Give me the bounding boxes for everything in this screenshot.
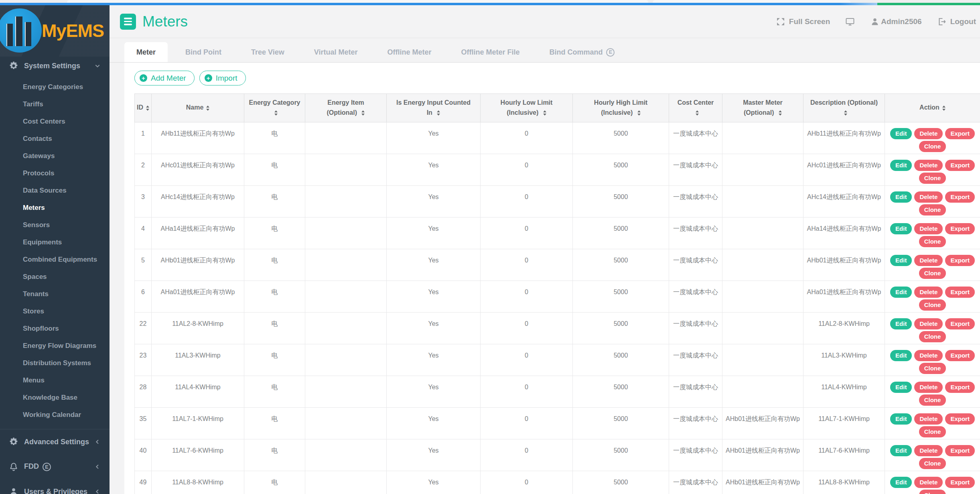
export-button[interactable]: Export (945, 350, 975, 361)
edit-button[interactable]: Edit (890, 382, 912, 393)
clone-button[interactable]: Clone (919, 204, 946, 215)
clone-button[interactable]: Clone (919, 299, 946, 311)
sidebar-item-combined-equipments[interactable]: Combined Equipments (0, 251, 110, 268)
edit-button[interactable]: Edit (890, 477, 912, 488)
delete-button[interactable]: Delete (914, 445, 943, 456)
tab-virtual-meter[interactable]: Virtual Meter (302, 42, 370, 62)
clone-button[interactable]: Clone (919, 268, 946, 279)
edit-button[interactable]: Edit (890, 128, 912, 139)
clone-button[interactable]: Clone (919, 141, 946, 152)
cell-action: EditDeleteExportClone (885, 439, 980, 471)
export-button[interactable]: Export (945, 413, 975, 425)
column-header-id[interactable]: ID (135, 94, 152, 122)
tab-bind-point[interactable]: Bind Point (173, 42, 233, 62)
tab-meter[interactable]: Meter (124, 42, 168, 62)
export-button[interactable]: Export (945, 445, 975, 456)
edit-button[interactable]: Edit (890, 318, 912, 329)
export-button[interactable]: Export (945, 382, 975, 393)
clone-button[interactable]: Clone (919, 426, 946, 437)
export-button[interactable]: Export (945, 191, 975, 203)
sidebar-item-energy-flow-diagrams[interactable]: Energy Flow Diagrams (0, 337, 110, 354)
edit-button[interactable]: Edit (890, 413, 912, 425)
column-header-cost-center[interactable]: Cost Center (669, 94, 722, 122)
delete-button[interactable]: Delete (914, 413, 943, 425)
export-button[interactable]: Export (945, 287, 975, 298)
clone-button[interactable]: Clone (919, 173, 946, 184)
delete-button[interactable]: Delete (914, 191, 943, 203)
full-screen-button[interactable]: Full Screen (776, 17, 830, 26)
sidebar-item-meters[interactable]: Meters (0, 199, 110, 216)
delete-button[interactable]: Delete (914, 255, 943, 266)
column-header-hourly-low[interactable]: Hourly Low Limit(Inclusive) (481, 94, 573, 122)
sidebar-section-system-settings[interactable]: System Settings (0, 57, 110, 75)
sidebar-item-knowledge-base[interactable]: Knowledge Base (0, 389, 110, 406)
clone-button[interactable]: Clone (919, 331, 946, 342)
delete-button[interactable]: Delete (914, 223, 943, 234)
edit-button[interactable]: Edit (890, 255, 912, 266)
sidebar-toggle-button[interactable] (120, 14, 136, 30)
delete-button[interactable]: Delete (914, 160, 943, 171)
export-button[interactable]: Export (945, 160, 975, 171)
export-button[interactable]: Export (945, 223, 975, 234)
edit-button[interactable]: Edit (890, 350, 912, 361)
add-meter-button[interactable]: + Add Meter (134, 71, 195, 85)
clone-button[interactable]: Clone (919, 236, 946, 247)
tab-tree-view[interactable]: Tree View (239, 42, 296, 62)
export-button[interactable]: Export (945, 255, 975, 266)
sidebar-section-fdd[interactable]: FDDE (0, 454, 110, 479)
edit-button[interactable]: Edit (890, 160, 912, 171)
delete-button[interactable]: Delete (914, 350, 943, 361)
sidebar-item-protocols[interactable]: Protocols (0, 165, 110, 182)
tab-offline-meter-file[interactable]: Offline Meter File (449, 42, 532, 62)
sidebar-item-gateways[interactable]: Gateways (0, 147, 110, 165)
column-header-action[interactable]: Action (885, 94, 980, 122)
column-header-name[interactable]: Name (152, 94, 244, 122)
sidebar-item-data-sources[interactable]: Data Sources (0, 182, 110, 199)
column-header-master-meter[interactable]: Master Meter(Optional) (722, 94, 803, 122)
column-header-hourly-high[interactable]: Hourly High Limit(Inclusive) (573, 94, 669, 122)
sidebar-item-spaces[interactable]: Spaces (0, 268, 110, 285)
import-button[interactable]: + Import (199, 71, 246, 85)
sidebar-item-tenants[interactable]: Tenants (0, 285, 110, 303)
export-button[interactable]: Export (945, 477, 975, 488)
delete-button[interactable]: Delete (914, 382, 943, 393)
sidebar-item-equipments[interactable]: Equipments (0, 234, 110, 251)
sidebar-item-distribution-systems[interactable]: Distribution Systems (0, 354, 110, 372)
user-menu[interactable]: Admin2506 (870, 17, 921, 26)
sidebar-item-energy-categories[interactable]: Energy Categories (0, 78, 110, 96)
sidebar-item-sensors[interactable]: Sensors (0, 216, 110, 234)
clone-button[interactable]: Clone (919, 490, 946, 494)
sidebar-item-shopfloors[interactable]: Shopfloors (0, 320, 110, 337)
sidebar-item-working-calendar[interactable]: Working Calendar (0, 406, 110, 423)
delete-button[interactable]: Delete (914, 128, 943, 139)
clone-button[interactable]: Clone (919, 394, 946, 406)
tab-offline-meter[interactable]: Offline Meter (375, 42, 443, 62)
sidebar-item-menus[interactable]: Menus (0, 372, 110, 389)
edit-button[interactable]: Edit (890, 223, 912, 234)
cell-energy-item (305, 376, 387, 407)
sidebar-item-stores[interactable]: Stores (0, 303, 110, 320)
logout-button[interactable]: Logout (937, 17, 976, 26)
tab-bind-command[interactable]: Bind CommandE (537, 42, 627, 62)
edit-button[interactable]: Edit (890, 191, 912, 203)
export-button[interactable]: Export (945, 128, 975, 139)
column-header-counted-in[interactable]: Is Energy Input CountedIn (387, 94, 481, 122)
gears-icon (9, 437, 18, 447)
column-header-energy-category[interactable]: Energy Category (244, 94, 305, 122)
sidebar-item-tariffs[interactable]: Tariffs (0, 96, 110, 113)
clone-button[interactable]: Clone (919, 458, 946, 469)
export-button[interactable]: Export (945, 318, 975, 329)
sidebar-item-contacts[interactable]: Contacts (0, 130, 110, 147)
column-header-description[interactable]: Description (Optional) (803, 94, 885, 122)
delete-button[interactable]: Delete (914, 287, 943, 298)
edit-button[interactable]: Edit (890, 287, 912, 298)
column-header-energy-item[interactable]: Energy Item(Optional) (305, 94, 387, 122)
sidebar-item-cost-centers[interactable]: Cost Centers (0, 113, 110, 130)
clone-button[interactable]: Clone (919, 363, 946, 374)
edit-button[interactable]: Edit (890, 445, 912, 456)
display-button[interactable] (845, 17, 855, 26)
sidebar-section-users-privileges[interactable]: Users & Privileges (0, 479, 110, 494)
delete-button[interactable]: Delete (914, 477, 943, 488)
sidebar-section-advanced-settings[interactable]: Advanced Settings (0, 429, 110, 454)
delete-button[interactable]: Delete (914, 318, 943, 329)
